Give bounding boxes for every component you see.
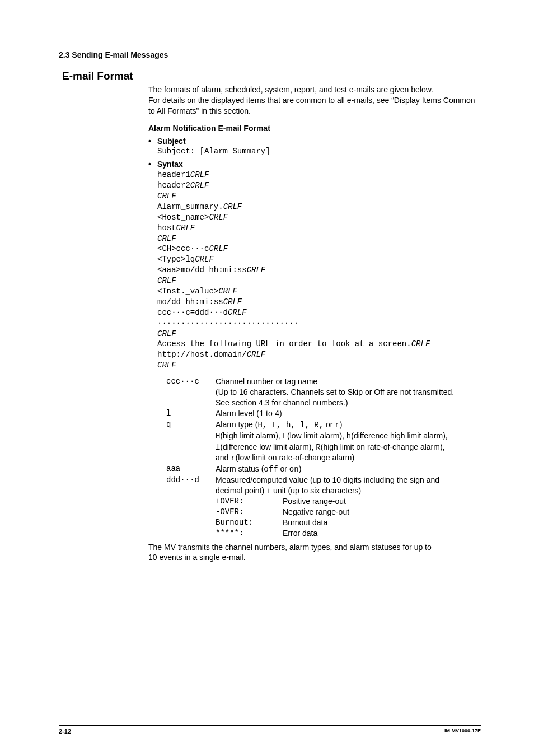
def-aaa: aaa Alarm status (off or on) xyxy=(166,464,481,475)
sub-def-term: Burnout: xyxy=(216,517,283,528)
syntax-line: CRLF xyxy=(157,276,481,286)
section-header: 2.3 Sending E-mail Messages xyxy=(59,50,481,62)
sub-def-term: -OVER: xyxy=(216,507,283,517)
syntax-line: <Type>lqCRLF xyxy=(157,254,481,265)
sub-def-desc: Burnout data xyxy=(283,517,327,528)
def-l: l Alarm level (1 to 4) xyxy=(166,408,481,419)
intro-line-1: The formats of alarm, scheduled, system,… xyxy=(148,85,481,95)
sub-def-term: +OVER: xyxy=(216,496,283,507)
def-term: ddd···d xyxy=(166,475,216,486)
def-ccc-l2: (Up to 16 characters. Channels set to Sk… xyxy=(216,387,481,398)
alarm-heading: Alarm Notification E-mail Format xyxy=(148,123,481,134)
def-q: q Alarm type (H, L, h, l, R, or r) H(hig… xyxy=(166,419,481,464)
syntax-line: CRLF xyxy=(157,329,481,339)
syntax-line: Alarm_summary.CRLF xyxy=(157,202,481,212)
sub-def-desc: Negative range-out xyxy=(283,507,349,517)
intro-line-2: For details on the displayed items that … xyxy=(148,95,481,116)
syntax-block: header1CRLFheader2CRLFCRLFAlarm_summary.… xyxy=(157,170,481,371)
bullet-icon: • xyxy=(148,136,157,147)
def-term: aaa xyxy=(166,464,216,474)
syntax-line: CRLF xyxy=(157,234,481,244)
def-ccc: ccc···c Channel number or tag name (Up t… xyxy=(166,376,481,408)
doc-id: IM MV1000-17E xyxy=(444,728,481,735)
def-ddd-l1: Measured/computed value (up to 10 digits… xyxy=(216,475,481,486)
page-footer: 2-12 IM MV1000-17E xyxy=(59,725,481,735)
def-ccc-l3: See section 4.3 for channel numbers.) xyxy=(216,398,481,408)
syntax-line: CRLF xyxy=(157,360,481,371)
syntax-line: <CH>ccc···cCRLF xyxy=(157,244,481,254)
closing-l1: The MV transmits the channel numbers, al… xyxy=(148,542,481,553)
def-q-l3: l(difference low limit alarm), R(high li… xyxy=(216,442,481,453)
def-ddd-l2: decimal point) + unit (up to six charact… xyxy=(216,486,481,496)
sub-def-row: Burnout:Burnout data xyxy=(216,517,481,528)
syntax-line: header2CRLF xyxy=(157,180,481,191)
syntax-line: Access_the_following_URL_in_order_to_loo… xyxy=(157,339,481,349)
sub-def-row: -OVER:Negative range-out xyxy=(216,507,481,517)
syntax-line: CRLF xyxy=(157,191,481,202)
syntax-line: <aaa>mo/dd_hh:mi:ssCRLF xyxy=(157,265,481,276)
subject-line: Subject: [Alarm Summary] xyxy=(157,146,481,157)
sub-def-row: *****:Error data xyxy=(216,528,481,539)
syntax-line: mo/dd_hh:mi:ssCRLF xyxy=(157,297,481,307)
syntax-line: http://host.domain/CRLF xyxy=(157,349,481,360)
sub-def-term: *****: xyxy=(216,528,283,539)
def-term: ccc···c xyxy=(166,376,216,387)
syntax-line: ccc···c=ddd···dCRLF xyxy=(157,307,481,318)
syntax-line: header1CRLF xyxy=(157,170,481,180)
sub-def-desc: Error data xyxy=(283,528,317,539)
bullet-icon: • xyxy=(148,159,157,170)
def-term: q xyxy=(166,419,216,430)
syntax-line: <Host_name>CRLF xyxy=(157,212,481,223)
def-ddd-subdefs: +OVER:Positive range-out-OVER:Negative r… xyxy=(216,496,481,539)
def-aaa-body: Alarm status (off or on) xyxy=(216,464,481,475)
def-q-l1: Alarm type (H, L, h, l, R, or r) xyxy=(216,419,481,431)
closing-l2: 10 events in a single e-mail. xyxy=(148,552,481,563)
syntax-label: Syntax xyxy=(157,159,183,170)
def-q-l2: H(high limit alarm), L(low limit alarm),… xyxy=(216,431,481,442)
sub-def-desc: Positive range-out xyxy=(283,496,346,507)
syntax-line: ······························ xyxy=(157,318,481,329)
page-number: 2-12 xyxy=(59,728,71,735)
syntax-line: <Inst._value>CRLF xyxy=(157,286,481,297)
def-ccc-l1: Channel number or tag name xyxy=(216,376,481,387)
def-q-l4: and r(low limit on rate-of-change alarm) xyxy=(216,452,481,464)
syntax-line: hostCRLF xyxy=(157,223,481,234)
subject-label: Subject xyxy=(157,136,186,147)
def-term: l xyxy=(166,408,216,419)
definitions-block: ccc···c Channel number or tag name (Up t… xyxy=(166,376,481,538)
def-l-body: Alarm level (1 to 4) xyxy=(216,408,481,419)
def-ddd: ddd···d Measured/computed value (up to 1… xyxy=(166,475,481,538)
page-title: E-mail Format xyxy=(59,70,481,82)
sub-def-row: +OVER:Positive range-out xyxy=(216,496,481,507)
